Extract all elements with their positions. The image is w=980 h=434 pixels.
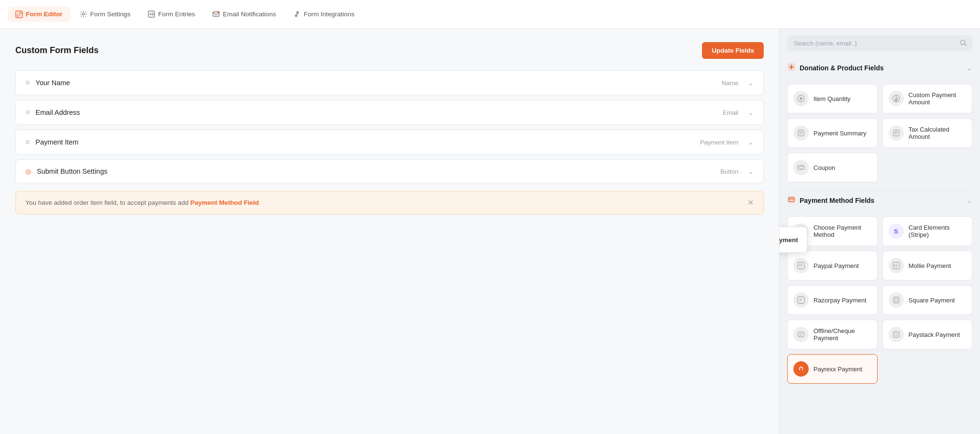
svg-point-4: [217, 11, 219, 13]
tab-form-editor[interactable]: Form Editor: [8, 7, 70, 22]
donation-section-title: Donation & Product Fields: [800, 64, 884, 72]
stripe-icon: S: [889, 223, 904, 239]
svg-rect-24: [798, 332, 804, 337]
field-row-email-address[interactable]: ≡ Email Address Email ⌄: [15, 100, 764, 125]
paypal-icon: [793, 258, 809, 273]
chevron-down-icon: ⌄: [748, 109, 754, 116]
field-card-payrexx-payment[interactable]: Payrexx Payment: [787, 354, 878, 384]
svg-rect-23: [895, 299, 898, 301]
svg-rect-0: [16, 11, 22, 18]
field-card-razorpay-payment[interactable]: Razorpay Payment: [787, 285, 878, 315]
search-box-container: [780, 29, 980, 58]
field-card-tax-calculated-amount[interactable]: Tax Calculated Amount: [882, 118, 973, 148]
field-card-paypal-payment[interactable]: Paypal Payment: [787, 251, 878, 280]
field-row-payment-item[interactable]: ≡ Payment Item Payment Item ⌄: [15, 130, 764, 155]
svg-point-14: [799, 167, 800, 168]
email-notifications-icon: [212, 11, 220, 18]
tab-form-integrations-label: Form Integrations: [304, 11, 355, 18]
coupon-icon: [793, 160, 809, 175]
payrexx-tooltip: Payrexx Payment: [779, 227, 807, 253]
field-label: Payment Item: [35, 138, 694, 146]
field-card-offline-cheque-payment[interactable]: Offline/Cheque Payment: [787, 320, 878, 349]
custom-payment-icon: [889, 91, 904, 106]
field-card-payment-summary[interactable]: Payment Summary: [787, 118, 878, 148]
donation-field-grid: Item Quantity Custom Payment Amount: [780, 78, 980, 190]
paystack-icon: [889, 327, 904, 342]
payment-summary-icon: [793, 125, 809, 141]
field-card-mollie-payment[interactable]: Mollie Payment: [882, 251, 973, 280]
payment-method-field-grid: Choose Payment Method S Card Elements (S…: [780, 211, 980, 391]
field-card-label: Coupon: [813, 164, 835, 171]
payment-method-section-header[interactable]: Payment Method Fields ⌄: [780, 190, 980, 211]
field-card-label: Mollie Payment: [909, 262, 951, 269]
warning-close-button[interactable]: ✕: [747, 198, 754, 207]
field-label: Submit Button Settings: [37, 167, 714, 175]
panel-title: Custom Form Fields: [15, 45, 99, 56]
field-card-item-quantity[interactable]: Item Quantity: [787, 84, 878, 113]
chevron-down-icon: ⌄: [748, 79, 754, 87]
tab-form-entries[interactable]: Form Entries: [140, 7, 203, 22]
field-card-paystack-payment[interactable]: Paystack Payment: [882, 320, 973, 349]
square-icon: [889, 292, 904, 308]
field-card-label: Item Quantity: [813, 95, 850, 102]
tab-form-editor-label: Form Editor: [26, 11, 63, 18]
top-navigation: Form Editor Form Settings Form Entries: [0, 0, 980, 29]
field-card-label: Square Payment: [909, 297, 955, 304]
svg-point-1: [83, 13, 85, 15]
tab-email-notifications[interactable]: Email Notifications: [205, 7, 284, 22]
svg-rect-25: [893, 332, 899, 337]
form-integrations-icon: [293, 11, 301, 18]
field-card-card-elements-stripe[interactable]: S Card Elements (Stripe): [882, 216, 973, 246]
svg-rect-12: [893, 130, 899, 136]
offline-payment-icon: [793, 327, 809, 342]
tab-email-notifications-label: Email Notifications: [223, 11, 276, 18]
tab-form-entries-label: Form Entries: [158, 11, 195, 18]
svg-point-26: [798, 366, 804, 372]
razorpay-icon: [793, 292, 809, 308]
field-label: Your Name: [35, 79, 716, 87]
form-settings-icon: [80, 11, 88, 18]
field-card-label: Tax Calculated Amount: [909, 126, 967, 140]
drag-handle: ≡: [25, 108, 30, 117]
item-quantity-icon: [793, 91, 809, 106]
field-card-label: Paystack Payment: [909, 331, 960, 338]
search-input[interactable]: [787, 35, 972, 51]
panel-header: Custom Form Fields Update Fields: [15, 42, 764, 59]
field-card-custom-payment-amount[interactable]: Custom Payment Amount: [882, 84, 973, 113]
tab-form-integrations[interactable]: Form Integrations: [286, 7, 362, 22]
payment-method-section-icon: [787, 195, 796, 206]
field-row-submit-button[interactable]: ◎ Submit Button Settings Button ⌄: [15, 159, 764, 183]
field-card-label: Card Elements (Stripe): [909, 224, 967, 238]
svg-rect-11: [798, 130, 804, 136]
field-card-label: Paypal Payment: [813, 262, 859, 269]
field-type: Payment Item: [700, 139, 738, 146]
field-card-label: Payrexx Payment: [813, 366, 862, 373]
donation-product-section-header[interactable]: Donation & Product Fields ⌄: [780, 58, 980, 78]
section-chevron-icon: ⌄: [967, 64, 972, 72]
field-card-label: Offline/Cheque Payment: [813, 327, 871, 342]
payment-method-field-link[interactable]: Payment Method Field: [190, 199, 259, 206]
field-type: Button: [720, 168, 738, 175]
tax-calculated-icon: [889, 125, 904, 141]
field-card-square-payment[interactable]: Square Payment: [882, 285, 973, 315]
search-icon: [960, 39, 967, 47]
left-panel: Custom Form Fields Update Fields ≡ Your …: [0, 29, 779, 434]
tab-form-settings[interactable]: Form Settings: [72, 7, 138, 22]
field-row-your-name[interactable]: ≡ Your Name Name ⌄: [15, 70, 764, 95]
drag-handle: ≡: [25, 138, 30, 146]
payrexx-tooltip-label: Payrexx Payment: [779, 236, 798, 244]
donation-section-icon: [787, 63, 796, 73]
submit-icon: ◎: [25, 167, 31, 175]
update-fields-button[interactable]: Update Fields: [702, 42, 764, 59]
warning-banner: You have added order item field, to acce…: [15, 191, 764, 214]
field-card-coupon[interactable]: Coupon: [787, 153, 878, 182]
chevron-down-icon: ⌄: [748, 167, 754, 175]
warning-text: You have added order item field, to acce…: [25, 199, 259, 206]
chevron-down-icon: ⌄: [748, 138, 754, 146]
form-editor-icon: [15, 11, 23, 18]
form-entries-icon: [148, 11, 156, 18]
section-chevron-icon: ⌄: [967, 197, 972, 204]
main-layout: Custom Form Fields Update Fields ≡ Your …: [0, 29, 980, 434]
svg-rect-22: [893, 297, 899, 303]
field-type: Email: [723, 109, 738, 116]
